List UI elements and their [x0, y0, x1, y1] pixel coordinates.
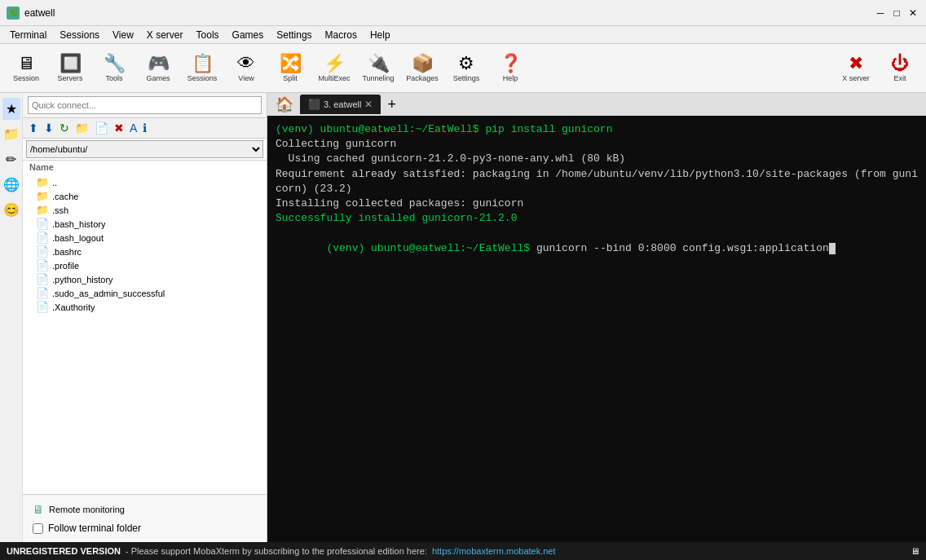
toolbar-view[interactable]: 👁 View [225, 47, 267, 90]
tree-item-bashrc[interactable]: 📄 .bashrc [23, 245, 267, 258]
monitor-icon: 🖥 [33, 503, 44, 516]
toolbar-tools[interactable]: 🔧 Tools [93, 47, 135, 90]
sessions-label: Sessions [187, 74, 218, 82]
toolbar-packages[interactable]: 📦 Packages [401, 47, 443, 90]
help-icon: ❓ [500, 55, 522, 73]
toolbar-multiexec[interactable]: ⚡ MultiExec [313, 47, 355, 90]
tree-item-xauthority[interactable]: 📄 .Xauthority [23, 300, 267, 314]
tree-item-name: .bashrc [52, 247, 82, 257]
quick-connect-input[interactable] [28, 96, 262, 114]
lt-file[interactable]: 📄 [92, 120, 111, 136]
tree-item-name: .. [52, 178, 57, 187]
toolbar-servers[interactable]: 🔲 Servers [49, 47, 91, 90]
path-bar: /home/ubuntu/ [23, 139, 267, 161]
menu-tools[interactable]: Tools [190, 28, 226, 42]
games-icon: 🎮 [148, 55, 170, 73]
terminal-area[interactable]: (venv) ubuntu@eatwell:~/EatWell$ pip ins… [267, 116, 926, 542]
minimize-button[interactable]: ─ [874, 7, 887, 20]
lt-upload[interactable]: ⬆ [26, 120, 41, 136]
toolbar-settings[interactable]: ⚙ Settings [445, 47, 487, 90]
lt-delete[interactable]: ✖ [112, 120, 126, 136]
main-area: ★ 📁 ✏ 🌐 😊 ⬆ ⬇ ↻ 📁 📄 ✖ A ℹ /home/ubuntu/ [0, 93, 926, 542]
toolbar-xserver[interactable]: ✖ X server [835, 47, 877, 90]
toolbar-split[interactable]: 🔀 Split [269, 47, 311, 90]
tree-item-name: .python_history [52, 275, 113, 284]
tree-item-bash-history[interactable]: 📄 .bash_history [23, 217, 267, 231]
split-icon: 🔀 [280, 55, 302, 73]
toolbar-help[interactable]: ❓ Help [489, 47, 531, 90]
follow-terminal-folder-label: Follow terminal folder [48, 523, 141, 534]
path-select[interactable]: /home/ubuntu/ [26, 140, 263, 158]
tab-eatwell[interactable]: ⬛ 3. eatwell ✕ [300, 95, 381, 114]
app-icon: 🌿 [7, 7, 20, 20]
status-bar: UNREGISTERED VERSION - Please support Mo… [0, 542, 926, 560]
tunneling-icon: 🔌 [368, 55, 390, 73]
games-label: Games [146, 74, 170, 82]
toolbar-sessions[interactable]: 📋 Sessions [181, 47, 223, 90]
toolbar-session[interactable]: 🖥 Session [5, 47, 47, 90]
side-icon-globe[interactable]: 🌐 [0, 174, 23, 196]
remote-monitoring-btn[interactable]: 🖥 Remote monitoring [28, 500, 262, 519]
side-icon-folder[interactable]: 📁 [0, 123, 23, 145]
session-icon: 🖥 [17, 55, 35, 73]
toolbar-tunneling[interactable]: 🔌 Tunneling [357, 47, 399, 90]
left-file-toolbar: ⬆ ⬇ ↻ 📁 📄 ✖ A ℹ [23, 118, 267, 139]
menu-games[interactable]: Games [226, 28, 271, 42]
lt-new-folder[interactable]: 📁 [73, 120, 91, 136]
menu-help[interactable]: Help [364, 28, 397, 42]
tab-close-btn[interactable]: ✕ [364, 99, 373, 110]
side-icon-face[interactable]: 😊 [0, 199, 23, 221]
lt-properties[interactable]: ℹ [140, 120, 149, 136]
side-icon-star[interactable]: ★ [2, 98, 20, 120]
maximize-button[interactable]: □ [890, 7, 903, 20]
tree-item-profile[interactable]: 📄 .profile [23, 258, 267, 272]
window-controls: ─ □ ✕ [874, 7, 919, 20]
side-icon-edit[interactable]: ✏ [2, 148, 20, 170]
help-label: Help [503, 74, 518, 82]
tab-add-btn[interactable]: + [382, 95, 401, 115]
main-toolbar: 🖥 Session 🔲 Servers 🔧 Tools 🎮 Games 📋 Se… [0, 44, 926, 93]
toolbar-games[interactable]: 🎮 Games [137, 47, 179, 90]
file-icon: 📄 [36, 245, 49, 258]
terminal-line-3: Using cached gunicorn-21.2.0-py3-none-an… [276, 152, 918, 166]
lt-download[interactable]: ⬇ [42, 120, 56, 136]
statusbar-label: UNREGISTERED VERSION [7, 546, 121, 556]
menu-view[interactable]: View [106, 28, 140, 42]
multiexec-icon: ⚡ [324, 55, 346, 73]
terminal-line-2: Collecting gunicorn [276, 137, 918, 152]
lt-rename[interactable]: A [127, 120, 139, 136]
menu-settings[interactable]: Settings [270, 28, 318, 42]
terminal-prompt: (venv) ubuntu@eatwell:~/EatWell$ [326, 242, 536, 254]
tree-item-ssh[interactable]: 📁 .ssh [23, 203, 267, 217]
settings-icon: ⚙ [458, 55, 474, 73]
menu-macros[interactable]: Macros [319, 28, 364, 42]
side-icon-bar: ★ 📁 ✏ 🌐 😊 [0, 93, 23, 542]
menu-sessions[interactable]: Sessions [53, 28, 106, 42]
settings-label: Settings [453, 74, 480, 82]
tree-item-dotdot[interactable]: 📁 .. [23, 175, 267, 189]
view-icon: 👁 [237, 55, 255, 73]
multiexec-label: MultiExec [318, 74, 350, 82]
lt-refresh[interactable]: ↻ [57, 120, 72, 136]
menu-terminal[interactable]: Terminal [3, 28, 53, 42]
tree-item-name: .sudo_as_admin_successful [52, 289, 165, 298]
file-icon: 📄 [36, 231, 49, 244]
tree-item-cache[interactable]: 📁 .cache [23, 189, 267, 203]
statusbar-link[interactable]: https://mobaxterm.mobatek.net [432, 546, 556, 556]
titlebar-left: 🌿 eatwell [7, 7, 55, 20]
left-panel-bottom: 🖥 Remote monitoring Follow terminal fold… [23, 494, 267, 542]
menu-xserver[interactable]: X server [140, 28, 190, 42]
tree-item-python-history[interactable]: 📄 .python_history [23, 272, 267, 286]
tree-item-bash-logout[interactable]: 📄 .bash_logout [23, 231, 267, 245]
close-button[interactable]: ✕ [906, 7, 919, 20]
toolbar-exit[interactable]: ⏻ Exit [879, 47, 921, 90]
tab-home-icon[interactable]: 🏠 [271, 94, 298, 115]
terminal-line-4: Requirement already satisfied: packaging… [276, 167, 918, 196]
tree-item-name: .profile [52, 261, 79, 271]
follow-terminal-folder-checkbox[interactable] [33, 523, 43, 534]
tunneling-label: Tunneling [362, 74, 394, 82]
xserver-label: X server [842, 74, 870, 82]
split-label: Split [283, 74, 298, 82]
left-panel: ⬆ ⬇ ↻ 📁 📄 ✖ A ℹ /home/ubuntu/ Name 📁 .. [23, 93, 267, 542]
tree-item-sudo-admin[interactable]: 📄 .sudo_as_admin_successful [23, 286, 267, 300]
